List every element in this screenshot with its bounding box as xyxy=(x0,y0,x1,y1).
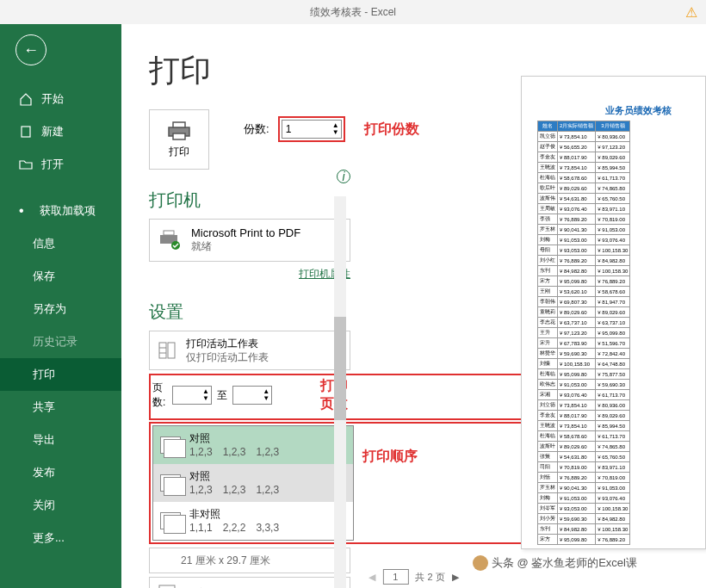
nav-share[interactable]: 共享 xyxy=(0,391,121,424)
table-row: 赵子俊¥ 56,655.20¥ 97,123.20 xyxy=(538,142,630,152)
scroll-thumb[interactable] xyxy=(334,317,346,420)
nav-save[interactable]: 保存 xyxy=(0,260,121,293)
table-row: 刘慷¥ 100,158.30¥ 64,748.80 xyxy=(538,359,630,369)
table-row: 波斯伟¥ 54,631.80¥ 65,760.50 xyxy=(538,194,630,204)
table-row: 罗玉林¥ 90,041.30¥ 91,053.00 xyxy=(538,225,630,235)
copies-label: 份数: xyxy=(244,121,269,137)
print-panel: 打印 打印 份数: 1 ▲▼ 打印份数 打印机 i xyxy=(121,24,706,588)
pages-icon xyxy=(160,512,181,529)
window-title: 绩效考核表 - Excel xyxy=(310,5,396,20)
next-page-button[interactable]: ▶ xyxy=(452,572,459,583)
nav-print[interactable]: 打印 xyxy=(0,358,121,391)
spinner-arrows-icon[interactable]: ▲▼ xyxy=(263,388,269,402)
table-row: 王刚¥ 53,620.10¥ 58,678.60 xyxy=(538,287,630,297)
table-row: 林赞华¥ 59,690.30¥ 72,842.40 xyxy=(538,349,630,359)
prev-page-button[interactable]: ◀ xyxy=(368,572,375,583)
new-icon xyxy=(19,125,33,139)
svg-rect-2 xyxy=(173,122,185,127)
copies-input[interactable]: 1 ▲▼ xyxy=(282,120,342,139)
table-row: 凯立德¥ 73,854.10¥ 80,936.00 xyxy=(538,132,630,142)
home-icon xyxy=(19,92,33,106)
title-bar: 绩效考核表 - Excel ⚠ xyxy=(0,0,706,24)
nav-saveas[interactable]: 另存为 xyxy=(0,293,121,325)
page-number-input[interactable]: 1 xyxy=(382,569,408,585)
collate-option-collated[interactable]: 对照 1,2,3 1,2,3 1,2,3 ▷ xyxy=(153,464,353,502)
margins-icon xyxy=(157,583,177,588)
table-row: 刘岑军¥ 93,053.00¥ 100,158.30 xyxy=(538,504,630,514)
table-row: 李朝伟¥ 69,807.30¥ 81,947.70 xyxy=(538,297,630,307)
nav-more[interactable]: 更多... xyxy=(0,522,121,554)
print-preview: 业务员绩效考核 姓名2月实际销售额3月销售额 凯立德¥ 73,854.10¥ 8… xyxy=(521,76,706,549)
table-row: 刘梅¥ 91,053.00¥ 93,076.40 xyxy=(538,235,630,245)
table-row: 王晓波¥ 73,854.10¥ 85,994.50 xyxy=(538,421,630,431)
table-row: 杜海临¥ 58,678.60¥ 61,713.70 xyxy=(538,173,630,183)
svg-rect-5 xyxy=(164,231,174,235)
printer-select[interactable]: Microsoft Print to PDF 就绪 ▼ xyxy=(149,219,350,262)
table-row: 宋升¥ 67,783.90¥ 51,596.70 xyxy=(538,338,630,349)
pages-label: 页数: xyxy=(152,381,167,410)
nav-label: 打开 xyxy=(41,157,64,172)
nav-label: 开始 xyxy=(41,91,64,107)
preview-table: 姓名2月实际销售额3月销售额 凯立德¥ 73,854.10¥ 80,936.00… xyxy=(537,121,630,545)
table-row: 张策¥ 54,631.80¥ 65,760.50 xyxy=(538,452,630,462)
collate-option-selected[interactable]: 对照 1,2,3 1,2,3 1,2,3 ▼ xyxy=(153,426,353,464)
page-total: 共 2 页 xyxy=(415,571,444,584)
annotation-copies: 打印份数 xyxy=(364,121,419,139)
svg-rect-7 xyxy=(159,343,166,358)
avatar-icon xyxy=(473,555,488,571)
table-row: 罗玉林¥ 90,041.30¥ 91,053.00 xyxy=(538,483,630,493)
table-row: 刘小芳¥ 59,690.30¥ 84,982.80 xyxy=(538,514,630,524)
table-row: 刘小红¥ 76,889.20¥ 84,982.80 xyxy=(538,256,630,266)
spinner-arrows-icon[interactable]: ▲▼ xyxy=(202,388,209,402)
warning-icon: ⚠ xyxy=(685,4,697,21)
printer-heading: 打印机 xyxy=(149,189,350,212)
svg-rect-3 xyxy=(173,133,185,139)
page-from-input[interactable]: ▲▼ xyxy=(172,386,212,405)
info-icon[interactable]: i xyxy=(337,170,350,183)
table-row: 王晓波¥ 73,854.10¥ 85,994.50 xyxy=(538,163,630,173)
nav-export[interactable]: 导出 xyxy=(0,424,121,456)
paper-size-select[interactable]: 21 厘米 x 29.7 厘米 ▼ xyxy=(149,548,350,573)
spinner-arrows-icon[interactable]: ▲▼ xyxy=(332,122,339,136)
svg-rect-8 xyxy=(168,343,175,358)
print-button[interactable]: 打印 xyxy=(149,109,209,170)
watermark: 头条 @ 鉴水鱼老师的Excel课 xyxy=(473,555,637,571)
sheet-title: 业务员绩效考核 xyxy=(572,104,705,117)
table-row: 童晓莉¥ 89,029.60¥ 89,029.60 xyxy=(538,307,630,318)
table-row: 母阳¥ 93,053.00¥ 100,158.30 xyxy=(538,245,630,256)
page-navigator: ◀ 1 共 2 页 ▶ xyxy=(368,569,458,585)
table-row: 李志花¥ 63,737.10¥ 63,737.10 xyxy=(538,318,630,328)
table-row: 宋湘¥ 93,076.40¥ 61,713.70 xyxy=(538,390,630,400)
table-row: 刘立德¥ 73,854.10¥ 80,936.00 xyxy=(538,400,630,411)
table-row: 宋方¥ 95,099.80¥ 76,889.20 xyxy=(538,276,630,287)
preview-page: 业务员绩效考核 姓名2月实际销售额3月销售额 凯立德¥ 73,854.10¥ 8… xyxy=(521,76,706,549)
nav-history[interactable]: 历史记录 xyxy=(0,325,121,358)
margins-select[interactable]: 自定义边距 ▼ xyxy=(149,577,350,588)
printer-properties-link[interactable]: 打印机属性 xyxy=(149,267,350,282)
back-button[interactable]: ← xyxy=(15,34,46,65)
table-row: 宋方¥ 95,099.80¥ 76,889.20 xyxy=(538,535,630,545)
page-to-input[interactable]: ▲▼ xyxy=(232,386,272,405)
nav-label: 新建 xyxy=(41,124,64,139)
nav-publish[interactable]: 发布 xyxy=(0,456,121,489)
table-row: 歌后叶¥ 89,029.60¥ 74,865.80 xyxy=(538,183,630,194)
nav-open[interactable]: 打开 xyxy=(0,148,121,181)
nav-close[interactable]: 关闭 xyxy=(0,489,121,522)
annotation-order: 打印顺序 xyxy=(362,448,418,466)
table-row: 欧伟志¥ 91,053.00¥ 59,690.30 xyxy=(538,380,630,390)
nav-new[interactable]: 新建 xyxy=(0,115,121,148)
print-what-select[interactable]: 打印活动工作表 仅打印活动工作表 ▼ xyxy=(149,331,350,370)
table-row: 王升¥ 97,123.20¥ 95,099.80 xyxy=(538,328,630,338)
printer-status-icon xyxy=(158,230,183,251)
table-row: 东刊¥ 84,982.80¥ 100,158.30 xyxy=(538,524,630,535)
nav-home[interactable]: 开始 xyxy=(0,83,121,115)
table-row: 杜海临¥ 58,678.60¥ 61,713.70 xyxy=(538,431,630,442)
collate-dropdown[interactable]: 对照 1,2,3 1,2,3 1,2,3 ▼ 对照 1,2,3 1,2,3 1,… xyxy=(152,425,354,541)
collate-option-uncollated[interactable]: 非对照 1,1,1 2,2,2 3,3,3 xyxy=(153,502,353,540)
pages-icon xyxy=(160,474,181,492)
nav-addins[interactable]: 获取加载项 xyxy=(0,195,121,227)
svg-rect-0 xyxy=(22,127,30,137)
table-row: 波斯叶¥ 89,029.60¥ 74,865.80 xyxy=(538,442,630,452)
scrollbar[interactable] xyxy=(334,196,346,588)
nav-info[interactable]: 信息 xyxy=(0,227,121,260)
